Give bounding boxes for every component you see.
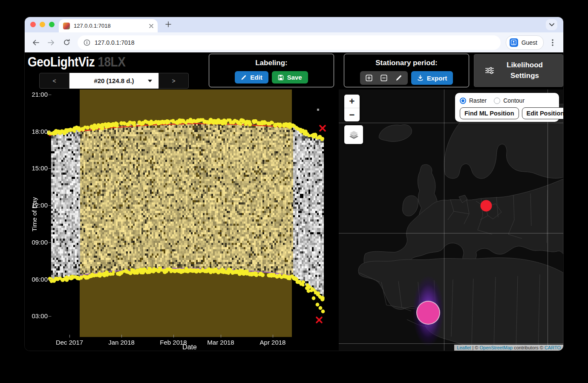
raster-label: Raster: [469, 97, 487, 104]
stationary-title: Stationary period:: [344, 59, 469, 67]
y-tick-label: 06:00: [25, 276, 48, 283]
x-tick-label: Dec 2017: [56, 339, 83, 346]
edit-labels-button[interactable]: Edit: [235, 71, 268, 84]
browser-menu-icon[interactable]: [547, 39, 558, 46]
map-attribution: Leaflet | © OpenStreetMap contributors ©…: [454, 345, 563, 351]
tab-title: 127.0.0.1:7018: [74, 23, 145, 29]
app-title: GeoLightViz18LX: [28, 55, 136, 70]
labeling-title: Labeling:: [209, 59, 334, 67]
y-tick-label: 18:00: [25, 128, 48, 135]
osm-link[interactable]: OpenStreetMap: [479, 345, 513, 350]
fullscreen-window-button[interactable]: [49, 22, 55, 27]
track-navigator: < #20 (124.8 d.) >: [39, 73, 189, 89]
contour-label: Contour: [503, 97, 525, 104]
download-icon: [417, 75, 424, 81]
browser-window: 127.0.0.1:7018 127.0.0.1:7018: [25, 17, 563, 351]
leaflet-map[interactable]: + − Raster Contour Find ML Positi: [339, 89, 563, 351]
zoom-in-button[interactable]: +: [344, 95, 360, 108]
profile-avatar-icon: [510, 38, 518, 47]
actogram-canvas[interactable]: [25, 89, 339, 351]
zoom-out-button[interactable]: −: [344, 108, 360, 121]
floppy-icon: [278, 75, 284, 81]
x-tick-label: Mar 2018: [207, 339, 234, 346]
y-tick-label: 03:00: [25, 312, 48, 320]
browser-toolbar: 127.0.0.1:7018 Guest: [25, 32, 563, 52]
forward-icon[interactable]: [45, 39, 57, 46]
tab-strip: 127.0.0.1:7018: [25, 17, 563, 32]
browser-tab[interactable]: 127.0.0.1:7018: [59, 19, 158, 32]
position-panel: Raster Contour Find ML Position Edit Pos…: [455, 93, 559, 122]
add-period-icon[interactable]: [366, 75, 372, 81]
back-icon[interactable]: [30, 39, 42, 46]
pencil-icon: [241, 75, 247, 81]
y-axis-title: Time of Day: [31, 197, 38, 231]
y-tick-label: 21:00: [25, 91, 48, 98]
raster-radio[interactable]: [460, 98, 466, 104]
remove-period-icon[interactable]: [380, 75, 387, 81]
map-layers-button[interactable]: [344, 125, 363, 144]
new-tab-icon[interactable]: [165, 21, 171, 27]
x-axis-title: Date: [182, 343, 197, 351]
profile-label: Guest: [522, 39, 537, 46]
map-zoom-control: + −: [344, 95, 360, 121]
labeling-panel: Labeling: Edit Save: [209, 54, 334, 87]
reload-icon[interactable]: [61, 39, 72, 46]
tab-search-chevron-icon[interactable]: [546, 19, 557, 30]
profile-button[interactable]: Guest: [506, 35, 544, 50]
contour-radio[interactable]: [494, 98, 500, 104]
x-tick-label: Jan 2018: [108, 339, 135, 346]
chevron-down-icon: [148, 80, 152, 82]
stationary-position-marker[interactable]: [416, 301, 440, 325]
y-tick-label: 09:00: [25, 239, 48, 246]
site-info-icon[interactable]: [84, 39, 90, 46]
app-content: GeoLightViz18LX < #20 (124.8 d.) > Label…: [25, 52, 563, 351]
stationary-tools: [360, 71, 408, 85]
find-ml-position-button[interactable]: Find ML Position: [460, 107, 519, 119]
likelihood-settings-button[interactable]: Likelihood Settings: [474, 54, 563, 87]
prev-track-button[interactable]: <: [39, 73, 69, 89]
ml-position-marker[interactable]: [481, 200, 492, 211]
save-labels-button[interactable]: Save: [272, 71, 308, 84]
track-select[interactable]: #20 (124.8 d.): [69, 73, 159, 89]
favicon: [63, 23, 70, 29]
leaflet-link[interactable]: Leaflet: [457, 345, 471, 350]
close-tab-icon[interactable]: [149, 24, 153, 28]
address-bar[interactable]: 127.0.0.1:7018: [78, 35, 501, 50]
sliders-icon: [485, 67, 494, 74]
url-text: 127.0.0.1:7018: [95, 39, 134, 46]
carto-link[interactable]: CARTO: [545, 345, 561, 350]
layers-icon: [348, 129, 360, 141]
minimize-window-button[interactable]: [40, 22, 45, 27]
stationary-period-panel: Stationary period: Export: [344, 54, 469, 87]
next-track-button[interactable]: >: [159, 73, 189, 89]
dataset-id: 18LX: [98, 55, 125, 69]
export-button[interactable]: Export: [411, 71, 453, 85]
close-window-button[interactable]: [30, 22, 36, 27]
likelihood-settings-label: Likelihood Settings: [498, 60, 552, 81]
y-tick-label: 15:00: [25, 164, 48, 172]
basemap-svg: [339, 89, 563, 351]
x-tick-label: Apr 2018: [260, 339, 286, 346]
track-select-value: #20 (124.8 d.): [94, 77, 134, 84]
edit-period-pencil-icon[interactable]: [395, 75, 402, 81]
app-name: GeoLightViz: [28, 55, 95, 69]
actogram-chart: 21:0018:0015:0012:0009:0006:0003:00 Dec …: [25, 89, 339, 351]
edit-position-button[interactable]: Edit Position: [522, 107, 563, 119]
